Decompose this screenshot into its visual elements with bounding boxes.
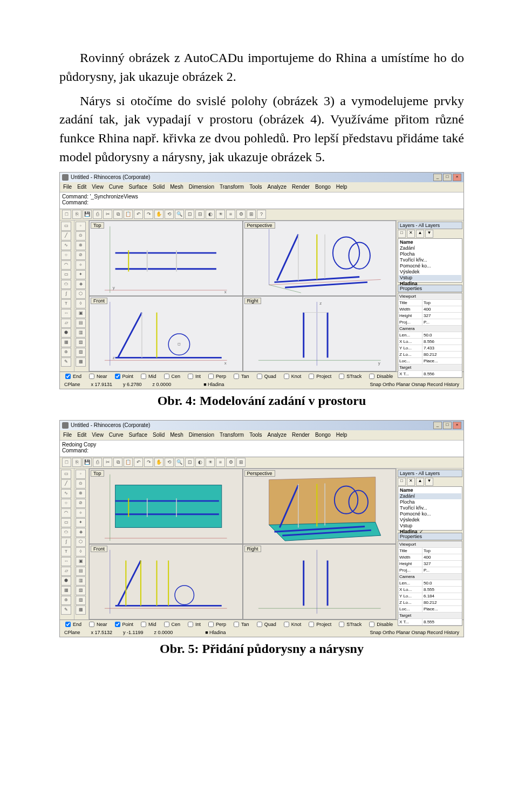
menu-render[interactable]: Render bbox=[292, 432, 310, 438]
tb2-12[interactable]: ▥ bbox=[76, 576, 86, 586]
viewport-label-persp[interactable]: Perspective bbox=[244, 470, 275, 477]
print-icon[interactable]: ⎙ bbox=[93, 210, 102, 219]
zoom-sel-icon[interactable]: ⊟ bbox=[195, 210, 205, 219]
osnap-project[interactable]: Project bbox=[306, 620, 331, 629]
circle-icon[interactable]: ○ bbox=[61, 251, 71, 260]
osnap-point[interactable]: Point bbox=[113, 372, 134, 381]
menu-view[interactable]: View bbox=[92, 432, 104, 438]
xform-icon[interactable]: ⊕ bbox=[61, 596, 71, 605]
osnap-strack[interactable]: STrack bbox=[337, 372, 362, 381]
osnap-int[interactable]: Int bbox=[186, 372, 201, 381]
layer-up-icon[interactable]: ▲ bbox=[416, 230, 424, 238]
viewport-top[interactable]: Top bbox=[90, 469, 242, 543]
osnap-knot[interactable]: Knot bbox=[282, 620, 302, 629]
help-icon[interactable]: ? bbox=[257, 210, 266, 219]
osnap-end[interactable]: End bbox=[63, 620, 81, 629]
props-icon[interactable]: ⚙ bbox=[226, 458, 235, 467]
layer-del-icon[interactable]: ✕ bbox=[407, 478, 415, 486]
layer-down-icon[interactable]: ▼ bbox=[425, 478, 433, 486]
layer-row[interactable]: Výsledek bbox=[399, 269, 461, 275]
tb2-1[interactable]: ◦ bbox=[76, 222, 86, 231]
curve-icon[interactable]: ∫ bbox=[61, 538, 71, 547]
rotate-icon[interactable]: ⟲ bbox=[165, 210, 174, 219]
layer-row[interactable]: Vstup bbox=[399, 275, 461, 281]
osnap-cen[interactable]: Cen bbox=[162, 620, 181, 629]
osnap-mid[interactable]: Mid bbox=[139, 620, 156, 629]
render-icon[interactable]: ☀ bbox=[216, 210, 225, 219]
undo-icon[interactable]: ↶ bbox=[134, 210, 143, 219]
pan-icon[interactable]: ✋ bbox=[154, 458, 163, 467]
osnap-quad[interactable]: Quad bbox=[255, 372, 276, 381]
osnap-knot[interactable]: Knot bbox=[282, 372, 302, 381]
layers-list[interactable]: Name Zadání Plocha Tvořící křiv... Pomoc… bbox=[398, 238, 462, 283]
close-button[interactable]: × bbox=[453, 174, 461, 181]
text-icon[interactable]: T bbox=[61, 547, 71, 556]
paste-icon[interactable]: 📋 bbox=[124, 458, 133, 467]
solid-icon[interactable]: ⬢ bbox=[61, 576, 71, 586]
layer-row[interactable]: Pomocné ko... bbox=[399, 511, 461, 517]
menu-dimension[interactable]: Dimension bbox=[189, 432, 214, 438]
viewport-perspective[interactable]: Perspective bbox=[243, 221, 396, 295]
viewport-front[interactable]: Front zx bbox=[90, 297, 242, 371]
osnap-disable[interactable]: Disable bbox=[367, 372, 393, 381]
layer-new-icon[interactable]: □ bbox=[398, 230, 406, 238]
zoom-icon[interactable]: 🔍 bbox=[175, 458, 184, 467]
menu-curve[interactable]: Curve bbox=[109, 184, 124, 190]
tb2-12[interactable]: ▥ bbox=[76, 328, 86, 338]
menu-bongo[interactable]: Bongo bbox=[315, 432, 331, 438]
menu-edit[interactable]: Edit bbox=[77, 184, 86, 190]
arc-icon[interactable]: ◠ bbox=[61, 260, 71, 270]
save-icon[interactable]: 💾 bbox=[83, 210, 92, 219]
tb2-6[interactable]: ✦ bbox=[76, 270, 86, 279]
command-input[interactable] bbox=[91, 448, 461, 455]
tb2-2[interactable]: ⊙ bbox=[76, 479, 86, 488]
layers-list[interactable]: Name Zadání Plocha Tvořící křiv... Pomoc… bbox=[398, 486, 462, 531]
viewport-right[interactable]: Right zy bbox=[243, 297, 396, 371]
mesh-icon[interactable]: ▦ bbox=[61, 338, 71, 347]
maximize-button[interactable]: □ bbox=[443, 174, 452, 181]
polyline-icon[interactable]: ∿ bbox=[61, 489, 71, 498]
tb2-14[interactable]: ▨ bbox=[76, 596, 86, 605]
viewport-label-front[interactable]: Front bbox=[91, 546, 107, 552]
tb2-10[interactable]: ▣ bbox=[76, 309, 86, 318]
viewport-label-top[interactable]: Top bbox=[91, 222, 104, 229]
layer-row[interactable]: Zadání bbox=[399, 245, 461, 251]
zoom-extents-icon[interactable]: ⊡ bbox=[185, 458, 194, 467]
copy-icon[interactable]: ⧉ bbox=[113, 210, 122, 219]
menu-tools[interactable]: Tools bbox=[249, 432, 262, 438]
menu-curve[interactable]: Curve bbox=[109, 432, 124, 438]
pan-icon[interactable]: ✋ bbox=[154, 210, 163, 219]
rotate-icon[interactable]: ⟲ bbox=[165, 458, 174, 467]
menu-solid[interactable]: Solid bbox=[153, 432, 165, 438]
tb2-8[interactable]: ⬡ bbox=[76, 290, 86, 299]
menu-transform[interactable]: Transform bbox=[220, 184, 244, 190]
open-icon[interactable]: ⎘ bbox=[72, 210, 81, 219]
zoom-extents-icon[interactable]: ⊡ bbox=[185, 210, 194, 219]
osnap-quad[interactable]: Quad bbox=[255, 620, 276, 629]
tb2-3[interactable]: ⊗ bbox=[76, 489, 86, 498]
tb2-7[interactable]: ◈ bbox=[76, 280, 86, 289]
status-modes[interactable]: Snap Ortho Planar Osnap Record History bbox=[370, 630, 459, 635]
osnap-point[interactable]: Point bbox=[113, 620, 134, 629]
layer-down-icon[interactable]: ▼ bbox=[425, 230, 433, 238]
osnap-tan[interactable]: Tan bbox=[231, 372, 249, 381]
osnap-cen[interactable]: Cen bbox=[162, 372, 181, 381]
menu-help[interactable]: Help bbox=[336, 432, 347, 438]
viewport-front[interactable]: Front bbox=[90, 545, 242, 619]
osnap-project[interactable]: Project bbox=[306, 372, 331, 381]
menu-file[interactable]: File bbox=[63, 184, 72, 190]
layer-row[interactable]: Pomocné ko... bbox=[399, 263, 461, 269]
viewport-label-right[interactable]: Right bbox=[244, 298, 261, 304]
osnap-int[interactable]: Int bbox=[186, 620, 201, 629]
rect-icon[interactable]: ▭ bbox=[61, 270, 71, 279]
grid-icon[interactable]: ⊞ bbox=[236, 458, 246, 467]
tb2-13[interactable]: ▧ bbox=[76, 338, 86, 347]
minimize-button[interactable]: _ bbox=[433, 174, 442, 181]
polyline-icon[interactable]: ∿ bbox=[61, 241, 71, 250]
text-icon[interactable]: T bbox=[61, 299, 71, 308]
layer-row[interactable]: Plocha bbox=[399, 499, 461, 505]
mesh-icon[interactable]: ▦ bbox=[61, 586, 71, 595]
tb2-3[interactable]: ⊗ bbox=[76, 241, 86, 250]
viewport-label-front[interactable]: Front bbox=[91, 298, 107, 304]
tb2-4[interactable]: ⊘ bbox=[76, 499, 86, 508]
